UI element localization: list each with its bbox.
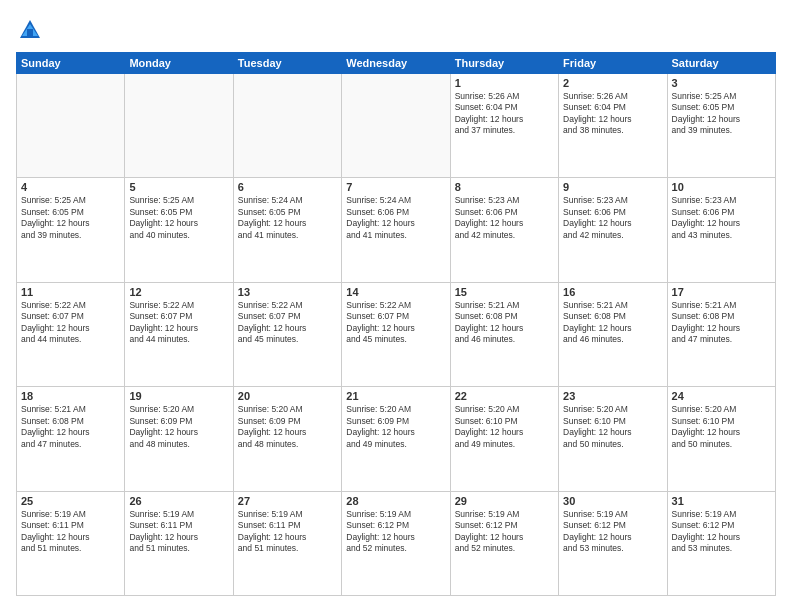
day-number: 22 <box>455 390 554 402</box>
calendar-cell: 8Sunrise: 5:23 AM Sunset: 6:06 PM Daylig… <box>450 178 558 282</box>
day-number: 6 <box>238 181 337 193</box>
day-info: Sunrise: 5:19 AM Sunset: 6:11 PM Dayligh… <box>21 509 120 555</box>
calendar-cell: 23Sunrise: 5:20 AM Sunset: 6:10 PM Dayli… <box>559 387 667 491</box>
day-number: 16 <box>563 286 662 298</box>
calendar-cell: 3Sunrise: 5:25 AM Sunset: 6:05 PM Daylig… <box>667 74 775 178</box>
calendar-cell: 17Sunrise: 5:21 AM Sunset: 6:08 PM Dayli… <box>667 282 775 386</box>
calendar-cell: 14Sunrise: 5:22 AM Sunset: 6:07 PM Dayli… <box>342 282 450 386</box>
calendar-cell: 4Sunrise: 5:25 AM Sunset: 6:05 PM Daylig… <box>17 178 125 282</box>
calendar-cell: 6Sunrise: 5:24 AM Sunset: 6:05 PM Daylig… <box>233 178 341 282</box>
day-info: Sunrise: 5:20 AM Sunset: 6:10 PM Dayligh… <box>455 404 554 450</box>
day-info: Sunrise: 5:22 AM Sunset: 6:07 PM Dayligh… <box>129 300 228 346</box>
calendar-header-row: SundayMondayTuesdayWednesdayThursdayFrid… <box>17 53 776 74</box>
day-number: 10 <box>672 181 771 193</box>
calendar-cell: 16Sunrise: 5:21 AM Sunset: 6:08 PM Dayli… <box>559 282 667 386</box>
calendar-table: SundayMondayTuesdayWednesdayThursdayFrid… <box>16 52 776 596</box>
calendar-header-saturday: Saturday <box>667 53 775 74</box>
day-info: Sunrise: 5:24 AM Sunset: 6:06 PM Dayligh… <box>346 195 445 241</box>
calendar-cell <box>233 74 341 178</box>
day-info: Sunrise: 5:20 AM Sunset: 6:10 PM Dayligh… <box>563 404 662 450</box>
calendar-cell: 29Sunrise: 5:19 AM Sunset: 6:12 PM Dayli… <box>450 491 558 595</box>
day-info: Sunrise: 5:21 AM Sunset: 6:08 PM Dayligh… <box>455 300 554 346</box>
day-number: 23 <box>563 390 662 402</box>
day-info: Sunrise: 5:20 AM Sunset: 6:09 PM Dayligh… <box>129 404 228 450</box>
logo-icon <box>16 16 44 44</box>
calendar-header-thursday: Thursday <box>450 53 558 74</box>
day-info: Sunrise: 5:21 AM Sunset: 6:08 PM Dayligh… <box>672 300 771 346</box>
day-number: 3 <box>672 77 771 89</box>
day-number: 18 <box>21 390 120 402</box>
calendar-cell: 10Sunrise: 5:23 AM Sunset: 6:06 PM Dayli… <box>667 178 775 282</box>
calendar-cell: 30Sunrise: 5:19 AM Sunset: 6:12 PM Dayli… <box>559 491 667 595</box>
day-info: Sunrise: 5:25 AM Sunset: 6:05 PM Dayligh… <box>21 195 120 241</box>
day-info: Sunrise: 5:20 AM Sunset: 6:10 PM Dayligh… <box>672 404 771 450</box>
day-number: 7 <box>346 181 445 193</box>
calendar-cell: 22Sunrise: 5:20 AM Sunset: 6:10 PM Dayli… <box>450 387 558 491</box>
day-info: Sunrise: 5:20 AM Sunset: 6:09 PM Dayligh… <box>238 404 337 450</box>
day-info: Sunrise: 5:25 AM Sunset: 6:05 PM Dayligh… <box>129 195 228 241</box>
day-number: 17 <box>672 286 771 298</box>
day-info: Sunrise: 5:25 AM Sunset: 6:05 PM Dayligh… <box>672 91 771 137</box>
day-number: 5 <box>129 181 228 193</box>
day-number: 21 <box>346 390 445 402</box>
day-info: Sunrise: 5:20 AM Sunset: 6:09 PM Dayligh… <box>346 404 445 450</box>
day-number: 11 <box>21 286 120 298</box>
day-info: Sunrise: 5:21 AM Sunset: 6:08 PM Dayligh… <box>21 404 120 450</box>
day-number: 13 <box>238 286 337 298</box>
day-info: Sunrise: 5:26 AM Sunset: 6:04 PM Dayligh… <box>563 91 662 137</box>
day-number: 31 <box>672 495 771 507</box>
day-info: Sunrise: 5:19 AM Sunset: 6:12 PM Dayligh… <box>563 509 662 555</box>
svg-rect-2 <box>27 29 33 38</box>
calendar-cell: 25Sunrise: 5:19 AM Sunset: 6:11 PM Dayli… <box>17 491 125 595</box>
day-info: Sunrise: 5:22 AM Sunset: 6:07 PM Dayligh… <box>21 300 120 346</box>
calendar-cell: 20Sunrise: 5:20 AM Sunset: 6:09 PM Dayli… <box>233 387 341 491</box>
day-info: Sunrise: 5:26 AM Sunset: 6:04 PM Dayligh… <box>455 91 554 137</box>
day-number: 26 <box>129 495 228 507</box>
day-number: 28 <box>346 495 445 507</box>
calendar-cell: 19Sunrise: 5:20 AM Sunset: 6:09 PM Dayli… <box>125 387 233 491</box>
calendar-header-tuesday: Tuesday <box>233 53 341 74</box>
calendar-cell: 12Sunrise: 5:22 AM Sunset: 6:07 PM Dayli… <box>125 282 233 386</box>
day-number: 14 <box>346 286 445 298</box>
day-info: Sunrise: 5:22 AM Sunset: 6:07 PM Dayligh… <box>346 300 445 346</box>
day-number: 8 <box>455 181 554 193</box>
day-info: Sunrise: 5:19 AM Sunset: 6:12 PM Dayligh… <box>672 509 771 555</box>
day-info: Sunrise: 5:19 AM Sunset: 6:12 PM Dayligh… <box>346 509 445 555</box>
day-number: 15 <box>455 286 554 298</box>
day-info: Sunrise: 5:22 AM Sunset: 6:07 PM Dayligh… <box>238 300 337 346</box>
day-number: 4 <box>21 181 120 193</box>
day-number: 9 <box>563 181 662 193</box>
day-info: Sunrise: 5:23 AM Sunset: 6:06 PM Dayligh… <box>672 195 771 241</box>
calendar-week-row: 4Sunrise: 5:25 AM Sunset: 6:05 PM Daylig… <box>17 178 776 282</box>
calendar-header-friday: Friday <box>559 53 667 74</box>
calendar-cell: 7Sunrise: 5:24 AM Sunset: 6:06 PM Daylig… <box>342 178 450 282</box>
day-number: 12 <box>129 286 228 298</box>
calendar-cell: 21Sunrise: 5:20 AM Sunset: 6:09 PM Dayli… <box>342 387 450 491</box>
day-info: Sunrise: 5:19 AM Sunset: 6:11 PM Dayligh… <box>238 509 337 555</box>
day-info: Sunrise: 5:24 AM Sunset: 6:05 PM Dayligh… <box>238 195 337 241</box>
calendar-cell: 2Sunrise: 5:26 AM Sunset: 6:04 PM Daylig… <box>559 74 667 178</box>
calendar-cell: 18Sunrise: 5:21 AM Sunset: 6:08 PM Dayli… <box>17 387 125 491</box>
calendar-header-wednesday: Wednesday <box>342 53 450 74</box>
day-number: 29 <box>455 495 554 507</box>
logo <box>16 16 48 44</box>
day-info: Sunrise: 5:21 AM Sunset: 6:08 PM Dayligh… <box>563 300 662 346</box>
calendar-week-row: 25Sunrise: 5:19 AM Sunset: 6:11 PM Dayli… <box>17 491 776 595</box>
day-number: 30 <box>563 495 662 507</box>
day-info: Sunrise: 5:23 AM Sunset: 6:06 PM Dayligh… <box>563 195 662 241</box>
calendar-cell: 15Sunrise: 5:21 AM Sunset: 6:08 PM Dayli… <box>450 282 558 386</box>
day-number: 27 <box>238 495 337 507</box>
calendar-cell: 28Sunrise: 5:19 AM Sunset: 6:12 PM Dayli… <box>342 491 450 595</box>
calendar-cell: 5Sunrise: 5:25 AM Sunset: 6:05 PM Daylig… <box>125 178 233 282</box>
day-info: Sunrise: 5:23 AM Sunset: 6:06 PM Dayligh… <box>455 195 554 241</box>
calendar-cell: 31Sunrise: 5:19 AM Sunset: 6:12 PM Dayli… <box>667 491 775 595</box>
day-info: Sunrise: 5:19 AM Sunset: 6:11 PM Dayligh… <box>129 509 228 555</box>
day-number: 25 <box>21 495 120 507</box>
calendar-week-row: 18Sunrise: 5:21 AM Sunset: 6:08 PM Dayli… <box>17 387 776 491</box>
calendar-cell: 27Sunrise: 5:19 AM Sunset: 6:11 PM Dayli… <box>233 491 341 595</box>
day-info: Sunrise: 5:19 AM Sunset: 6:12 PM Dayligh… <box>455 509 554 555</box>
calendar-cell <box>125 74 233 178</box>
calendar-cell: 9Sunrise: 5:23 AM Sunset: 6:06 PM Daylig… <box>559 178 667 282</box>
calendar-cell: 13Sunrise: 5:22 AM Sunset: 6:07 PM Dayli… <box>233 282 341 386</box>
calendar-header-monday: Monday <box>125 53 233 74</box>
